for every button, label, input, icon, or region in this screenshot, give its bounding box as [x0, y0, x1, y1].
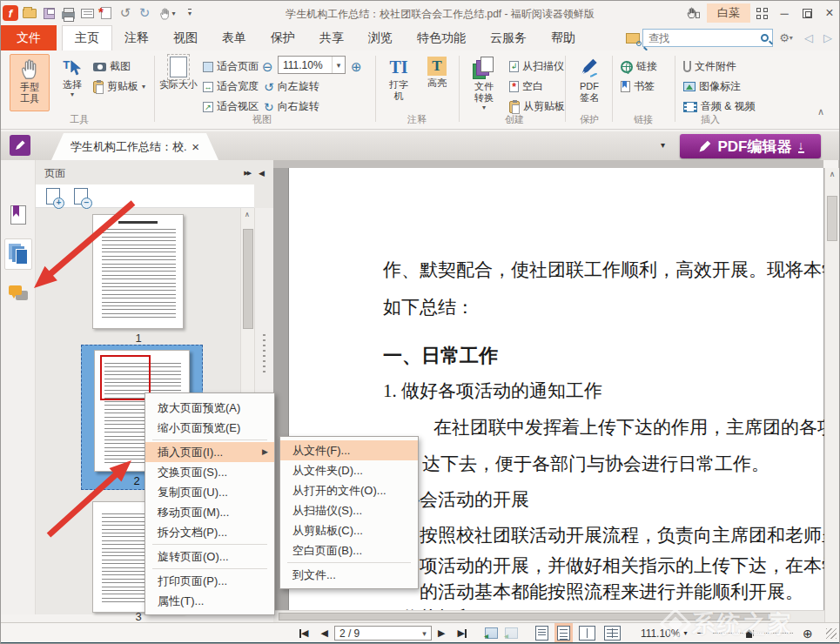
clipboard-button[interactable]: 剪贴板 ▾	[93, 77, 145, 96]
scroll-up-icon[interactable]: ∧	[825, 170, 839, 178]
scroll-up-icon[interactable]: ∧	[245, 211, 250, 218]
link-button[interactable]: 链接	[621, 57, 657, 76]
single-page-view-button[interactable]	[535, 626, 548, 641]
search-input[interactable]	[647, 31, 761, 45]
zoom-slider-thumb[interactable]	[746, 629, 752, 638]
comments-panel-button[interactable]	[4, 278, 32, 310]
menu-item-rotate-pages[interactable]: 旋转页面(O)...	[145, 547, 274, 567]
user-account-button[interactable]: 白菜	[707, 3, 750, 23]
share-button[interactable]	[681, 4, 707, 22]
minimize-button[interactable]: ─	[773, 5, 796, 21]
customize-toolbar-button[interactable]: ▾	[180, 4, 199, 22]
pdf-sign-button[interactable]: PDF签名	[570, 54, 608, 111]
resize-grip[interactable]	[826, 628, 837, 639]
menu-item-enlarge-preview[interactable]: 放大页面预览(A)	[145, 398, 274, 418]
menu-tab-cloud[interactable]: 云服务	[478, 25, 539, 50]
menu-tab-browse[interactable]: 浏览	[356, 25, 405, 50]
previous-view-button[interactable]	[485, 627, 498, 639]
menu-tab-comment[interactable]: 注释	[112, 25, 161, 50]
status-zoom-out-button[interactable]: −	[696, 627, 703, 640]
submenu-item-from-file[interactable]: 从文件(F)...	[280, 440, 418, 460]
typewriter-button[interactable]: TI 打字机	[381, 54, 416, 111]
first-page-button[interactable]: ◀	[299, 627, 308, 639]
highlight-button[interactable]: T 高亮	[420, 54, 454, 111]
restore-button[interactable]	[796, 5, 818, 21]
find-next-button[interactable]: ▷	[818, 30, 837, 47]
file-convert-button[interactable]: 文件转换 ▾	[464, 54, 504, 111]
next-view-button[interactable]	[505, 627, 518, 639]
menu-item-duplicate-pages[interactable]: 复制页面(U)...	[145, 482, 274, 502]
menu-tab-home[interactable]: 主页	[62, 25, 112, 50]
next-page-button[interactable]: ▶	[438, 627, 445, 639]
actual-size-button[interactable]: 实际大小	[159, 54, 198, 111]
reduce-thumbnails-button[interactable]	[74, 188, 88, 205]
submenu-item-from-clipboard[interactable]: 从剪贴板(C)...	[280, 520, 418, 540]
menu-tab-features[interactable]: 特色功能	[405, 25, 478, 50]
pages-panel-button[interactable]	[4, 238, 32, 270]
menu-tab-protect[interactable]: 保护	[259, 25, 307, 50]
print-button[interactable]	[58, 4, 77, 22]
rotate-left-button[interactable]: ↺向左旋转	[264, 77, 319, 96]
last-page-button[interactable]: ▶	[457, 627, 466, 639]
zoom-out-button[interactable]: ⊖	[262, 57, 273, 76]
menu-tab-file[interactable]: 文件	[1, 25, 57, 50]
document-tab[interactable]: 学生机构工作总结：校... ×	[51, 133, 218, 160]
pdf-editor-button[interactable]: PDF编辑器 ↓	[680, 134, 821, 158]
horizontal-scrollbar-thumb[interactable]	[279, 613, 770, 621]
open-button[interactable]	[20, 4, 39, 22]
redo-button[interactable]: ↻	[135, 4, 154, 22]
continuous-view-button[interactable]	[557, 626, 570, 641]
hand-tool-button[interactable]: 手型工具	[10, 54, 50, 111]
status-zoom-dropdown[interactable]: ▾	[683, 629, 687, 637]
blank-page-button[interactable]: *空白	[509, 77, 543, 96]
from-scanner-button[interactable]: ↲从扫描仪	[509, 57, 564, 76]
layout-switch-button[interactable]	[750, 5, 773, 21]
start-page-button[interactable]	[10, 135, 30, 156]
select-tool-button[interactable]: T 选择 ▾	[55, 54, 90, 111]
panel-expand-icon[interactable]: ▶▶	[244, 170, 250, 177]
collapse-ribbon-button[interactable]: ∧	[817, 103, 824, 121]
vertical-scrollbar[interactable]: ∧	[824, 168, 839, 622]
panel-collapse-icon[interactable]: ◀	[259, 169, 265, 178]
zoom-in-button[interactable]: ⊕	[351, 57, 362, 76]
status-zoom-in-button[interactable]: ⊕	[803, 627, 813, 641]
submenu-item-to-file[interactable]: 到文件...	[280, 565, 418, 585]
submenu-item-from-scanner[interactable]: 从扫描仪(S)...	[280, 500, 418, 520]
hand-tool-quick-button[interactable]: ▾	[154, 4, 180, 22]
zoom-level-combo[interactable]: 111.10% ▾	[278, 56, 346, 74]
image-annotation-button[interactable]: 图像标注	[683, 77, 741, 96]
submenu-item-blank-page[interactable]: 空白页面(B)...	[280, 540, 418, 560]
file-attachment-button[interactable]: 文件附件	[683, 57, 736, 76]
app-logo[interactable]: f	[1, 4, 20, 22]
full-text-search-button[interactable]	[623, 30, 642, 47]
submenu-item-from-folder[interactable]: 从文件夹(D)...	[280, 460, 418, 480]
menu-item-insert-pages[interactable]: 插入页面(I)... ▶	[145, 442, 274, 462]
bookmarks-panel-button[interactable]	[4, 199, 32, 231]
undo-button[interactable]: ↺	[116, 4, 135, 22]
menu-item-move-pages[interactable]: 移动页面(M)...	[145, 502, 274, 522]
close-button[interactable]: ×	[818, 5, 840, 21]
search-submit-icon[interactable]	[761, 34, 769, 42]
continuous-facing-view-button[interactable]	[604, 626, 621, 641]
menu-item-swap-pages[interactable]: 交换页面(S)...	[145, 462, 274, 482]
submenu-item-from-open-file[interactable]: 从打开的文件(O)...	[280, 480, 418, 500]
find-previous-button[interactable]: ◁	[799, 30, 818, 47]
save-button[interactable]	[39, 4, 58, 22]
email-button[interactable]	[77, 4, 97, 22]
menu-item-split-document[interactable]: 拆分文档(P)...	[145, 522, 274, 542]
enlarge-thumbnails-button[interactable]	[46, 188, 60, 205]
create-pdf-button[interactable]	[97, 4, 116, 22]
vertical-scrollbar-thumb[interactable]	[827, 196, 837, 241]
menu-tab-share[interactable]: 共享	[307, 25, 356, 50]
menu-tab-view[interactable]: 视图	[161, 25, 210, 50]
menu-item-print-pages[interactable]: 打印页面(P)...	[145, 571, 274, 591]
menu-tab-form[interactable]: 表单	[210, 25, 259, 50]
menu-item-properties[interactable]: 属性(T)...	[145, 591, 274, 611]
previous-page-button[interactable]: ◀	[320, 627, 327, 639]
snapshot-button[interactable]: 截图	[93, 57, 131, 76]
page-number-combo[interactable]: 2 / 9 ▾	[334, 626, 432, 641]
bookmark-button[interactable]: 书签	[621, 77, 655, 96]
fit-page-button[interactable]: 适合页面	[203, 57, 259, 76]
fit-width-button[interactable]: ↔适合宽度	[203, 77, 259, 96]
tab-close-icon[interactable]: ×	[192, 139, 199, 154]
